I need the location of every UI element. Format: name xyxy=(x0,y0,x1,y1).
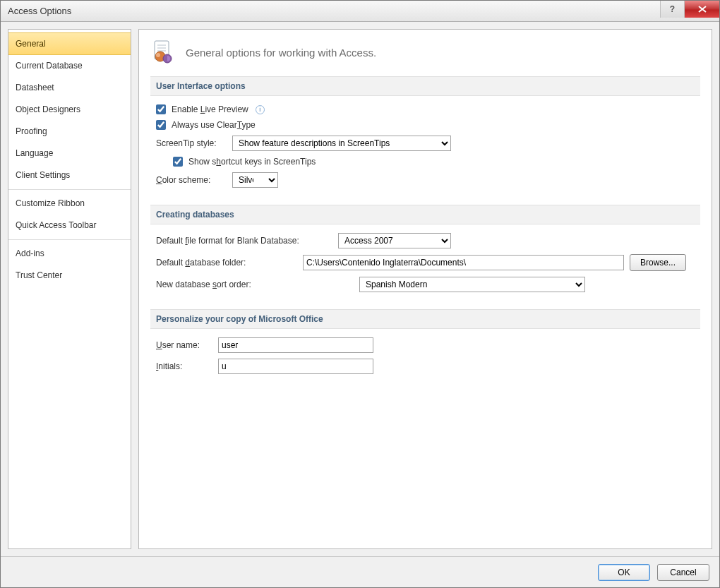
sidebar-item-object-designers[interactable]: Object Designers xyxy=(8,99,131,121)
default-file-format-label: Default file format for Blank Database: xyxy=(156,236,332,246)
sidebar-item-client-settings[interactable]: Client Settings xyxy=(8,164,131,186)
screentip-style-select[interactable]: Show feature descriptions in ScreenTips xyxy=(232,136,451,151)
show-shortcut-keys-checkbox[interactable] xyxy=(173,157,183,167)
sidebar-separator xyxy=(8,189,131,190)
section-db-header: Creating databases xyxy=(150,205,700,224)
color-scheme-label: Color scheme: xyxy=(156,175,227,185)
show-shortcut-keys-label: Show shortcut keys in ScreenTips xyxy=(188,157,316,167)
close-icon xyxy=(698,6,707,13)
initials-input[interactable] xyxy=(218,359,373,374)
username-input[interactable] xyxy=(218,337,373,353)
sidebar-item-label: Datasheet xyxy=(16,83,54,92)
sidebar-item-label: Proofing xyxy=(16,126,47,136)
section-personalize-header: Personalize your copy of Microsoft Offic… xyxy=(150,309,700,329)
sidebar-item-label: Client Settings xyxy=(16,170,70,180)
sidebar-item-label: Customize Ribbon xyxy=(16,198,85,208)
sidebar-separator xyxy=(8,239,131,240)
always-cleartype-label: Always use ClearType xyxy=(172,120,256,130)
always-cleartype-checkbox[interactable] xyxy=(156,120,166,130)
default-folder-label: Default database folder: xyxy=(156,258,297,268)
sidebar-item-datasheet[interactable]: Datasheet xyxy=(8,77,131,99)
section-ui-body: Enable Live Preview i Always use ClearTy… xyxy=(150,104,700,205)
sort-order-label: New database sort order: xyxy=(156,280,354,289)
page-title: General options for working with Access. xyxy=(186,47,376,59)
svg-point-5 xyxy=(156,53,160,57)
sidebar-item-customize-ribbon[interactable]: Customize Ribbon xyxy=(8,193,131,215)
sidebar-item-proofing[interactable]: Proofing xyxy=(8,121,131,143)
sidebar-item-label: Quick Access Toolbar xyxy=(16,220,97,230)
page-header: General options for working with Access. xyxy=(150,40,700,65)
ok-button[interactable]: OK xyxy=(598,564,650,581)
sidebar-item-quick-access-toolbar[interactable]: Quick Access Toolbar xyxy=(8,215,131,236)
category-sidebar: General Current Database Datasheet Objec… xyxy=(8,29,131,549)
info-icon[interactable]: i xyxy=(256,105,265,114)
sidebar-item-label: Trust Center xyxy=(16,270,62,280)
username-label: User name: xyxy=(156,340,212,350)
close-button[interactable] xyxy=(684,1,719,18)
sidebar-item-trust-center[interactable]: Trust Center xyxy=(8,265,131,287)
titlebar: Access Options ? xyxy=(1,1,719,22)
initials-label: Initials: xyxy=(156,361,212,371)
sidebar-item-label: Object Designers xyxy=(16,104,80,114)
sidebar-item-label: General xyxy=(16,39,46,49)
sidebar-item-general[interactable]: General xyxy=(8,32,131,55)
default-file-format-select[interactable]: Access 2007 xyxy=(338,233,451,248)
enable-live-preview-label: Enable Live Preview xyxy=(172,104,248,114)
dialog-window: Access Options ? General Current Databas… xyxy=(0,0,720,588)
sort-order-select[interactable]: Spanish Modern xyxy=(359,277,585,292)
screentip-style-label: ScreenTip style: xyxy=(156,138,227,148)
color-scheme-select[interactable]: Silver xyxy=(232,172,278,188)
window-controls: ? xyxy=(660,1,719,18)
options-icon xyxy=(150,40,176,65)
dialog-content: General Current Database Datasheet Objec… xyxy=(1,22,719,556)
help-icon: ? xyxy=(670,4,675,14)
cancel-button[interactable]: Cancel xyxy=(657,564,709,581)
section-ui-header: User Interface options xyxy=(150,76,700,96)
dialog-footer: OK Cancel xyxy=(1,556,719,587)
main-panel: General options for working with Access.… xyxy=(138,29,712,549)
sidebar-item-label: Language xyxy=(16,148,53,158)
window-title: Access Options xyxy=(8,6,71,16)
browse-button[interactable]: Browse... xyxy=(630,254,686,271)
sidebar-item-add-ins[interactable]: Add-ins xyxy=(8,243,131,265)
sidebar-item-label: Current Database xyxy=(16,61,83,71)
help-button[interactable]: ? xyxy=(660,1,684,18)
enable-live-preview-checkbox[interactable] xyxy=(156,104,166,114)
section-personalize-body: User name: Initials: xyxy=(150,337,700,391)
section-db-body: Default file format for Blank Database: … xyxy=(150,233,700,309)
default-folder-input[interactable] xyxy=(303,255,624,270)
sidebar-item-language[interactable]: Language xyxy=(8,143,131,164)
sidebar-item-label: Add-ins xyxy=(16,248,44,258)
sidebar-item-current-database[interactable]: Current Database xyxy=(8,55,131,77)
